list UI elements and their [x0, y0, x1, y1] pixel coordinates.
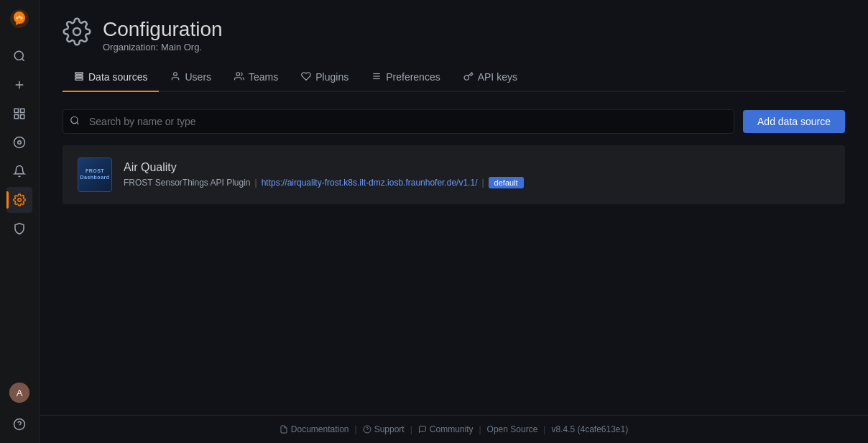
svg-rect-11	[21, 115, 24, 119]
footer-opensource-label: Open Source	[487, 424, 538, 434]
svg-rect-21	[75, 75, 83, 76]
footer-sep-2: |	[410, 424, 412, 434]
svg-point-23	[174, 72, 177, 76]
page-header: Configuration Organization: Main Org. Da…	[40, 0, 868, 92]
configuration-tabs: Data sources Users Teams Plugins	[63, 64, 845, 92]
tab-teams-label: Teams	[249, 71, 278, 83]
tab-apikeys-label: API keys	[478, 71, 517, 83]
sidebar-item-search[interactable]	[6, 43, 32, 69]
tab-preferences-label: Preferences	[386, 71, 440, 83]
tab-users-label: Users	[185, 71, 211, 83]
svg-point-12	[14, 137, 25, 148]
footer-sep-4: |	[543, 424, 545, 434]
preferences-tab-icon	[371, 71, 382, 83]
svg-point-3	[21, 17, 23, 19]
datasource-url[interactable]: https://airquality-frost.k8s.ilt-dmz.ios…	[262, 178, 478, 188]
footer-version: v8.4.5 (4cafe613e1)	[551, 424, 628, 434]
footer-sep-3: |	[479, 424, 481, 434]
datasource-item[interactable]: FROSTDashboard Air Quality FROST SensorT…	[63, 145, 845, 204]
tab-teams[interactable]: Teams	[223, 64, 290, 92]
svg-point-14	[18, 198, 22, 202]
footer-opensource-link[interactable]: Open Source	[487, 424, 538, 434]
svg-rect-8	[14, 109, 18, 112]
teams-tab-icon	[234, 71, 244, 83]
users-tab-icon	[170, 71, 180, 83]
tab-datasources[interactable]: Data sources	[63, 64, 159, 92]
footer-community-link[interactable]: Community	[418, 424, 474, 434]
svg-point-2	[19, 16, 21, 18]
separator-1: |	[255, 178, 257, 188]
search-container	[63, 109, 734, 134]
footer: Documentation | Support | Community | Op…	[40, 415, 868, 443]
datasources-tab-icon	[74, 71, 84, 83]
tab-plugins[interactable]: Plugins	[290, 64, 360, 92]
tab-plugins-label: Plugins	[315, 71, 348, 83]
datasource-name: Air Quality	[124, 161, 830, 174]
community-icon	[418, 425, 427, 434]
tab-apikeys[interactable]: API keys	[452, 64, 529, 92]
sidebar-item-help[interactable]	[6, 411, 32, 437]
footer-documentation-label: Documentation	[291, 424, 349, 434]
svg-rect-10	[14, 115, 18, 119]
sidebar-item-dashboards[interactable]	[6, 101, 32, 127]
apikeys-tab-icon	[463, 71, 474, 83]
datasource-info: Air Quality FROST SensorThings API Plugi…	[124, 161, 830, 188]
datasources-toolbar: Add data source	[63, 109, 845, 134]
support-icon	[363, 425, 371, 434]
plugins-tab-icon	[301, 71, 311, 83]
svg-point-1	[17, 17, 19, 19]
svg-rect-9	[21, 109, 24, 112]
svg-rect-20	[75, 72, 83, 73]
svg-text:A: A	[17, 388, 23, 398]
datasource-plugin: FROST SensorThings API Plugin	[124, 178, 251, 188]
page-subtitle: Organization: Main Org.	[103, 42, 223, 52]
svg-point-13	[18, 141, 22, 145]
datasource-logo: FROSTDashboard	[78, 157, 112, 192]
grafana-logo[interactable]	[6, 6, 32, 32]
tab-preferences[interactable]: Preferences	[360, 64, 451, 92]
datasource-meta: FROST SensorThings API Plugin | https://…	[124, 177, 830, 188]
separator-2: |	[481, 178, 484, 188]
footer-sep-1: |	[355, 424, 357, 434]
user-avatar[interactable]: A	[9, 383, 29, 403]
sidebar-item-create[interactable]	[6, 72, 32, 98]
datasource-badge: default	[489, 177, 524, 188]
footer-documentation-link[interactable]: Documentation	[280, 424, 349, 434]
datasource-list: FROSTDashboard Air Quality FROST SensorT…	[63, 145, 845, 204]
main-content: Configuration Organization: Main Org. Da…	[40, 0, 868, 443]
sidebar-item-shield[interactable]	[6, 216, 32, 242]
page-title: Configuration	[103, 17, 223, 42]
sidebar-item-configuration[interactable]	[6, 187, 32, 213]
sidebar: A	[0, 0, 40, 443]
footer-support-label: Support	[374, 424, 405, 434]
sidebar-item-alerting[interactable]	[6, 158, 32, 184]
sidebar-item-explore[interactable]	[6, 129, 32, 155]
configuration-icon	[63, 17, 91, 52]
svg-point-4	[14, 51, 23, 60]
svg-point-19	[73, 28, 80, 35]
content-area: Add data source FROSTDashboard Air Quali…	[40, 92, 868, 415]
search-input[interactable]	[63, 109, 734, 134]
add-datasource-button[interactable]: Add data source	[743, 110, 845, 133]
tab-datasources-label: Data sources	[88, 71, 147, 83]
footer-support-link[interactable]: Support	[363, 424, 405, 434]
tab-users[interactable]: Users	[159, 64, 223, 92]
svg-line-5	[22, 58, 24, 60]
svg-point-24	[236, 72, 240, 76]
svg-rect-22	[75, 78, 83, 80]
documentation-icon	[280, 425, 288, 434]
footer-community-label: Community	[430, 424, 474, 434]
